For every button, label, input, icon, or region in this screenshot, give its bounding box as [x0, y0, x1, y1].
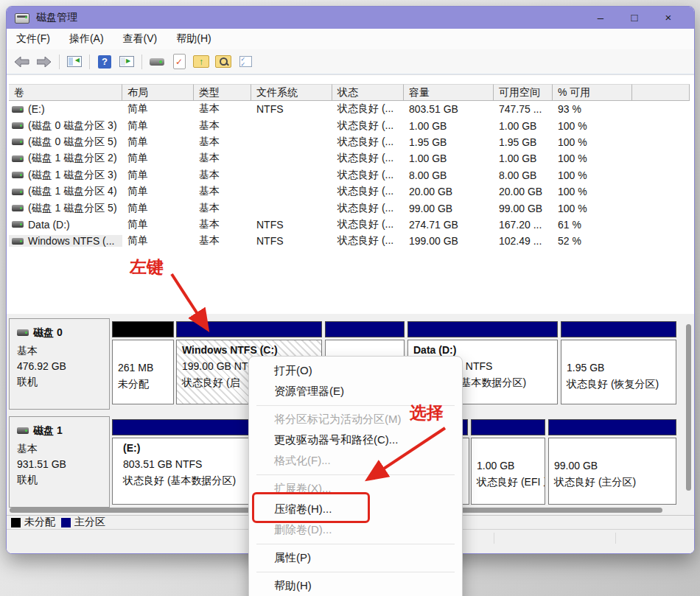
shrink-volume-highlight-rect: [252, 492, 370, 523]
disk-icon: [17, 329, 29, 336]
vertical-scrollbar[interactable]: [684, 318, 693, 508]
menu-file[interactable]: 文件(F): [7, 32, 60, 46]
volume-name: (磁盘 0 磁盘分区 5): [28, 136, 117, 149]
menu-bar: 文件(F) 操作(A) 查看(V) 帮助(H): [7, 29, 694, 49]
show-console-tree-icon[interactable]: [65, 53, 84, 71]
menu-view[interactable]: 查看(V): [113, 32, 167, 46]
volume-row[interactable]: (E:) 简单 基本 NTFS 状态良好 (... 803.51 GB 747.…: [9, 101, 690, 117]
col-volume[interactable]: 卷: [9, 84, 122, 101]
menu-action[interactable]: 操作(A): [60, 32, 113, 46]
legend-swatch-primary: [61, 518, 71, 527]
menu-separator: [256, 544, 455, 544]
col-capacity[interactable]: 容量: [404, 84, 494, 101]
disk0-state: 联机: [17, 374, 109, 390]
legend-unallocated: 未分配: [11, 516, 55, 529]
volume-row[interactable]: (磁盘 1 磁盘分区 4) 简单 基本 状态良好 (... 20.00 GB 2…: [9, 183, 690, 200]
partition-color-bar: [471, 419, 545, 435]
menu-item-change-drive-letter[interactable]: 更改驱动器号和路径(C)...: [249, 430, 462, 450]
volume-icon: [12, 122, 24, 129]
volume-row[interactable]: (磁盘 1 磁盘分区 5) 简单 基本 状态良好 (... 99.00 GB 9…: [9, 200, 690, 216]
app-disk-icon: [15, 12, 29, 24]
toolbar-separator: [141, 55, 142, 69]
partition-color-bar: [176, 321, 322, 337]
volume-icon: [12, 205, 24, 211]
volume-icon: [12, 106, 24, 113]
disk-device-icon[interactable]: [147, 53, 167, 71]
volume-row[interactable]: Data (D:) 简单 基本 NTFS 状态良好 (... 274.71 GB…: [9, 217, 690, 233]
col-status[interactable]: 状态: [332, 84, 404, 101]
toolbar-separator: [89, 55, 90, 69]
help-icon[interactable]: [95, 53, 114, 71]
volume-row[interactable]: (磁盘 1 磁盘分区 2) 简单 基本 状态良好 (... 1.00 GB 1.…: [9, 150, 690, 166]
title-bar[interactable]: 磁盘管理 – □ ×: [7, 7, 694, 29]
maximize-button[interactable]: □: [617, 7, 651, 29]
window-controls: – □ ×: [584, 7, 694, 29]
disk1-size: 931.51 GB: [17, 457, 109, 472]
volume-row[interactable]: (磁盘 1 磁盘分区 3) 简单 基本 状态良好 (... 8.00 GB 8.…: [9, 167, 690, 183]
partition-color-bar: [325, 321, 405, 337]
volume-row[interactable]: Windows NTFS (... 简单 基本 NTFS 状态良好 (... 1…: [9, 233, 690, 249]
partition-disk1-primary[interactable]: 99.00 GB 状态良好 (主分区): [548, 419, 676, 505]
volume-icon: [12, 139, 24, 145]
col-type[interactable]: 类型: [194, 84, 251, 101]
show-action-pane-icon[interactable]: [117, 53, 136, 71]
toolbar-separator: [59, 55, 60, 69]
volume-name: Data (D:): [28, 219, 70, 231]
legend-swatch-unallocated: [11, 518, 21, 527]
menu-separator: [256, 474, 455, 475]
col-filesystem[interactable]: 文件系统: [251, 84, 332, 101]
volume-name: (E:): [28, 103, 45, 115]
back-icon[interactable]: [13, 53, 32, 71]
menu-item-help[interactable]: 帮助(H): [249, 575, 462, 596]
volume-icon: [12, 221, 24, 228]
desktop: { "window": { "title": "磁盘管理", "controls…: [0, 0, 700, 596]
menu-separator: [256, 572, 455, 572]
disk0-info-box[interactable]: 磁盘 0 基本 476.92 GB 联机: [9, 318, 110, 410]
volume-icon: [12, 172, 24, 178]
select-annotation: 选择: [410, 404, 444, 421]
disk0-size: 476.92 GB: [17, 359, 109, 374]
partition-disk0-recovery[interactable]: 1.95 GB 状态良好 (恢复分区): [561, 321, 676, 407]
disk-icon: [17, 427, 29, 434]
menu-item-open[interactable]: 打开(O): [249, 360, 462, 381]
minimize-button[interactable]: –: [584, 7, 617, 29]
menu-help[interactable]: 帮助(H): [167, 32, 220, 46]
col-pct-free[interactable]: % 可用: [553, 84, 632, 101]
volume-icon: [12, 155, 24, 162]
col-layout[interactable]: 布局: [122, 84, 194, 101]
volume-name: (磁盘 0 磁盘分区 3): [28, 119, 117, 133]
disk1-kind: 基本: [17, 441, 109, 457]
volume-list-pane: 卷 布局 类型 文件系统 状态 容量 可用空间 % 可用 (E:) 简单 基本 …: [7, 74, 694, 315]
volume-name: (磁盘 1 磁盘分区 5): [28, 202, 117, 215]
vertical-scrollbar-thumb[interactable]: [686, 324, 691, 491]
volume-name: Windows NTFS (...: [28, 235, 114, 247]
export-folder-icon[interactable]: [192, 53, 211, 71]
legend-primary-partition: 主分区: [61, 516, 105, 529]
partition-disk1-efi[interactable]: 1.00 GB 状态良好 (EFI 系统分区): [471, 419, 545, 505]
menu-item-properties[interactable]: 属性(P): [249, 547, 462, 568]
partition-context-menu: 打开(O) 资源管理器(E) 将分区标记为活动分区(M) 更改驱动器号和路径(C…: [248, 356, 463, 596]
check-document-icon[interactable]: [169, 53, 189, 71]
partition-disk0-unallocated[interactable]: 261 MB 未分配: [112, 321, 174, 407]
volume-name: (磁盘 1 磁盘分区 4): [28, 185, 117, 198]
volume-table-body: (E:) 简单 基本 NTFS 状态良好 (... 803.51 GB 747.…: [9, 101, 690, 250]
disk1-info-box[interactable]: 磁盘 1 基本 931.51 GB 联机: [9, 416, 110, 508]
menu-item-explorer[interactable]: 资源管理器(E): [249, 381, 462, 402]
volume-icon: [12, 238, 24, 245]
task-list-icon[interactable]: [236, 53, 255, 71]
volume-name: (磁盘 1 磁盘分区 3): [28, 169, 117, 182]
volume-row[interactable]: (磁盘 0 磁盘分区 3) 简单 基本 状态良好 (... 1.00 GB 1.…: [9, 117, 690, 133]
volume-row[interactable]: (磁盘 0 磁盘分区 5) 简单 基本 状态良好 (... 1.95 GB 1.…: [9, 134, 690, 150]
window-title: 磁盘管理: [36, 11, 77, 24]
menu-item-format: 格式化(F)...: [249, 450, 462, 471]
col-filler: [632, 84, 690, 101]
left-click-annotation: 左键: [130, 259, 164, 276]
partition-color-bar: [561, 321, 676, 337]
forward-icon[interactable]: [35, 53, 54, 71]
volume-name: (磁盘 1 磁盘分区 2): [28, 152, 117, 165]
toolbar: [7, 49, 694, 74]
close-button[interactable]: ×: [651, 7, 685, 29]
col-free-space[interactable]: 可用空间: [494, 84, 553, 101]
search-folder-icon[interactable]: [214, 53, 233, 71]
volume-icon: [12, 189, 24, 195]
